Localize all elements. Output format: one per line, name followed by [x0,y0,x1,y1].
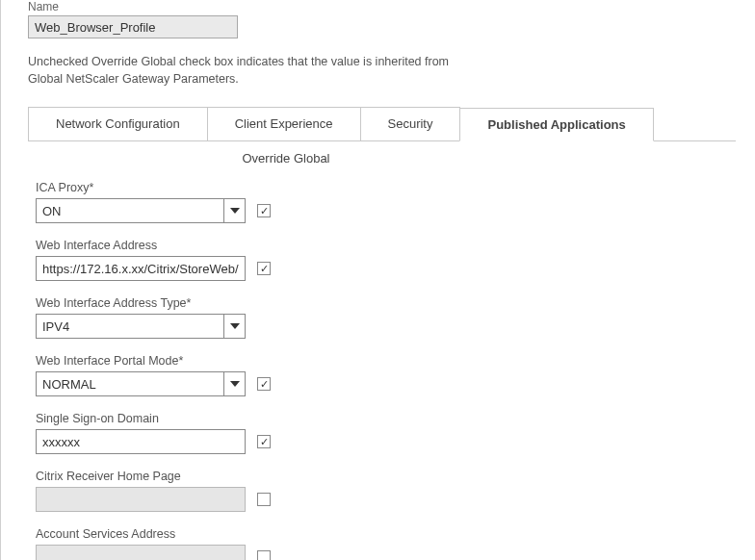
name-label: Name [28,0,736,13]
wi-type-label: Web Interface Address Type* [36,296,755,310]
account-services-override-checkbox[interactable] [257,550,271,560]
tab-client-experience[interactable]: Client Experience [207,107,361,140]
wi-portal-select[interactable]: NORMAL [36,371,246,396]
override-global-heading: Override Global [36,151,536,165]
account-services-label: Account Services Address [36,527,755,541]
tab-security[interactable]: Security [360,107,461,140]
wi-address-input[interactable] [36,256,246,281]
sso-domain-override-checkbox[interactable] [257,435,271,448]
wi-portal-label: Web Interface Portal Mode* [36,354,755,368]
sso-domain-label: Single Sign-on Domain [36,412,755,425]
ica-proxy-select[interactable]: ON [36,198,246,223]
tab-network-configuration[interactable]: Network Configuration [28,107,208,140]
info-text: Unchecked Override Global check box indi… [28,54,736,88]
tabs-bar: Network Configuration Client Experience … [28,107,736,141]
published-applications-panel: Override Global ICA Proxy* ON Web Interf… [9,141,755,560]
wi-address-override-checkbox[interactable] [257,262,271,275]
receiver-home-override-checkbox[interactable] [257,493,271,506]
ica-proxy-label: ICA Proxy* [36,181,755,194]
wi-type-select[interactable]: IPV4 [36,314,246,339]
tab-published-applications[interactable]: Published Applications [459,108,653,141]
wi-portal-override-checkbox[interactable] [257,377,271,391]
account-services-input[interactable] [36,545,246,560]
receiver-home-label: Citrix Receiver Home Page [36,470,755,483]
receiver-home-input[interactable] [36,487,246,512]
ica-proxy-override-checkbox[interactable] [257,204,271,217]
name-input[interactable] [28,15,238,38]
sso-domain-input[interactable] [36,429,246,454]
wi-address-label: Web Interface Address [36,239,755,252]
